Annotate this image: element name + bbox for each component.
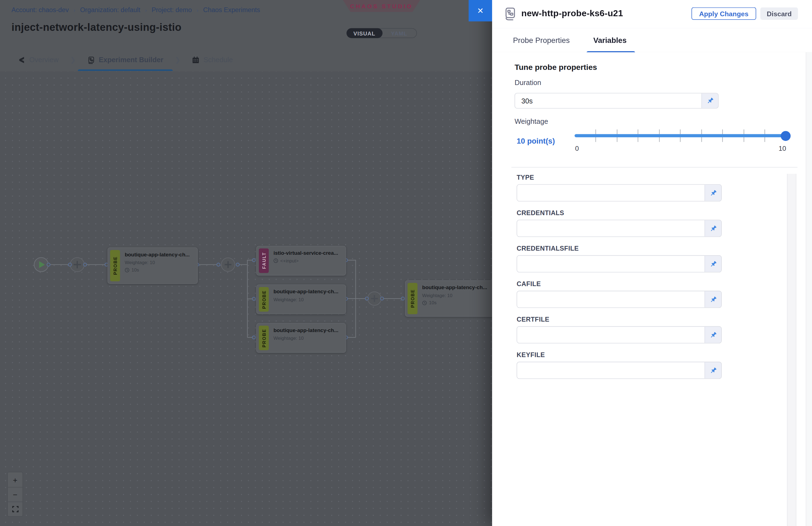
drawer-header: new-http-probe-ks6-u21 Apply Changes Dis… xyxy=(492,0,812,29)
chaos-studio-screen: Account: chaos-dev › Organization: defau… xyxy=(0,0,812,526)
fault-node-card[interactable]: FAULT istio-virtual-service-crea... <+in… xyxy=(256,246,346,276)
variable-label: KEYFILE xyxy=(517,351,722,359)
builder-nav-tabs: Overview ❯ Experiment Builder xyxy=(0,48,492,71)
probe-node-card[interactable]: PROBE boutique-app-latency-ch... Weighta… xyxy=(107,247,198,284)
drawer-right-gutter xyxy=(806,52,812,526)
zoom-in-button[interactable]: + xyxy=(8,472,22,487)
probe-badge: PROBE xyxy=(110,250,120,281)
duration-label: Duration xyxy=(514,79,541,86)
slider-track[interactable] xyxy=(575,134,786,137)
overview-icon xyxy=(18,56,25,63)
tab-experiment-builder-label: Experiment Builder xyxy=(99,56,163,63)
node-weightage: Weightage: 10 xyxy=(273,335,342,340)
variable-field-row: CREDENTIALS xyxy=(517,209,722,245)
clock-icon xyxy=(125,267,129,272)
pin-variable-button[interactable] xyxy=(705,220,721,237)
pin-variable-button[interactable] xyxy=(705,256,721,272)
probe-node-card[interactable]: PROBE boutique-app-latency-ch... Weighta… xyxy=(405,280,492,317)
yaml-toggle-option[interactable]: YAML xyxy=(382,29,417,38)
variable-field-group xyxy=(517,326,722,344)
variable-field-group xyxy=(517,291,722,308)
variable-field-row: CREDENTIALSFILE xyxy=(517,245,722,280)
variable-label: CREDENTIALS xyxy=(517,209,722,217)
breadcrumb-project[interactable]: Project: demo xyxy=(151,6,192,14)
drawer-tabs: Probe Properties Variables xyxy=(492,28,812,53)
start-node[interactable] xyxy=(34,258,48,272)
add-node-button[interactable] xyxy=(368,292,381,305)
breadcrumb-account[interactable]: Account: chaos-dev xyxy=(12,6,69,14)
variable-input[interactable] xyxy=(517,185,705,201)
pin-variable-button[interactable] xyxy=(705,362,721,379)
breadcrumb-separator-icon: › xyxy=(197,7,199,13)
discard-button[interactable]: Discard xyxy=(760,8,798,20)
breadcrumb-organization[interactable]: Organization: default xyxy=(80,6,140,14)
variable-field-group xyxy=(517,220,722,237)
variable-input[interactable] xyxy=(517,220,705,237)
fullscreen-icon xyxy=(12,506,19,512)
duration-input[interactable] xyxy=(515,93,701,108)
probe-badge: PROBE xyxy=(408,283,418,314)
pin-variable-button[interactable] xyxy=(701,93,718,108)
tab-separator-chevron-icon: ❯ xyxy=(70,56,76,63)
experiment-builder-pane: Account: chaos-dev › Organization: defau… xyxy=(0,0,492,526)
variables-list: TYPE CREDENTIALS CREDENTIALSFILE xyxy=(492,174,812,526)
variable-input[interactable] xyxy=(517,291,705,308)
node-title: istio-virtual-service-crea... xyxy=(273,250,342,256)
pin-variable-button[interactable] xyxy=(705,327,721,343)
probe-name-title: new-http-probe-ks6-u21 xyxy=(521,8,623,19)
apply-changes-button[interactable]: Apply Changes xyxy=(691,8,756,20)
node-duration: 10s xyxy=(125,267,194,272)
add-node-button[interactable] xyxy=(221,258,235,271)
breadcrumb-separator-icon: › xyxy=(73,7,75,13)
breadcrumb: Account: chaos-dev › Organization: defau… xyxy=(12,6,260,14)
variable-input[interactable] xyxy=(517,256,705,272)
tab-schedule[interactable]: Schedule xyxy=(192,48,233,71)
node-title: boutique-app-latency-ch... xyxy=(125,251,194,257)
node-weightage: Weightage: 10 xyxy=(422,292,491,298)
page-header: Account: chaos-dev › Organization: defau… xyxy=(0,0,492,72)
probe-node-card[interactable]: PROBE boutique-app-latency-ch... Weighta… xyxy=(256,284,346,314)
slider-handle[interactable] xyxy=(781,131,791,141)
tab-experiment-builder[interactable]: Experiment Builder xyxy=(87,48,163,71)
weightage-label: Weightage xyxy=(514,117,548,125)
node-weightage: Weightage: 10 xyxy=(273,297,342,302)
probe-badge: PROBE xyxy=(259,287,269,311)
weightage-slider: 0 10 xyxy=(575,129,794,155)
fullscreen-button[interactable] xyxy=(8,501,22,516)
drawer-body: Tune probe properties Duration Weightage… xyxy=(492,52,812,526)
pin-icon xyxy=(709,331,717,339)
variable-field-group xyxy=(517,255,722,273)
pipeline-canvas[interactable]: PROBE boutique-app-latency-ch... Weighta… xyxy=(0,72,492,526)
node-title: boutique-app-latency-ch... xyxy=(273,289,342,294)
visual-yaml-toggle: VISUAL YAML xyxy=(347,28,417,38)
breadcrumb-separator-icon: › xyxy=(145,7,147,13)
pin-icon xyxy=(709,225,717,232)
chaos-studio-banner: CHAOS STUDIO xyxy=(343,0,420,12)
probe-node-card[interactable]: PROBE boutique-app-latency-ch... Weighta… xyxy=(256,323,346,353)
tab-variables[interactable]: Variables xyxy=(593,28,627,52)
variable-field-group xyxy=(517,362,722,379)
add-node-button[interactable] xyxy=(70,258,84,272)
duration-field-group xyxy=(514,93,719,109)
node-title: boutique-app-latency-ch... xyxy=(422,284,491,290)
drawer-close-button[interactable]: ✕ xyxy=(469,0,492,21)
variable-field-group xyxy=(517,184,722,202)
drawer-scrollbar[interactable] xyxy=(787,174,796,526)
tab-probe-properties[interactable]: Probe Properties xyxy=(513,28,570,52)
tab-overview[interactable]: Overview xyxy=(18,48,59,71)
pin-variable-button[interactable] xyxy=(705,185,721,201)
zoom-out-button[interactable]: − xyxy=(8,487,22,501)
variable-label: CERTFILE xyxy=(517,316,722,323)
variable-input[interactable] xyxy=(517,327,705,343)
pin-icon xyxy=(706,97,714,104)
variable-label: TYPE xyxy=(517,174,722,181)
pin-variable-button[interactable] xyxy=(705,291,721,308)
visual-toggle-option[interactable]: VISUAL xyxy=(347,28,382,38)
node-duration: <+input> xyxy=(273,258,342,263)
variable-field-row: CAFILE xyxy=(517,280,722,316)
pin-icon xyxy=(709,367,717,374)
breadcrumb-chaos-experiments[interactable]: Chaos Experiments xyxy=(203,6,260,14)
tab-overview-label: Overview xyxy=(29,56,59,63)
probe-badge: PROBE xyxy=(259,326,269,350)
variable-input[interactable] xyxy=(517,362,705,379)
